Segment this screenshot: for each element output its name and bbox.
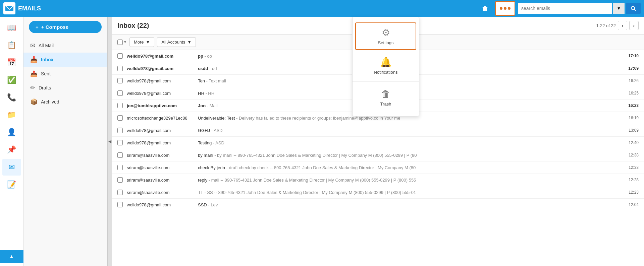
nav-item-sent-label: Sent (41, 71, 51, 76)
email-time-5: 16:19 (624, 116, 639, 120)
email-subject-2: Ten (198, 78, 205, 83)
email-row[interactable]: welldo978@gmail.com GGHJ - ASD 13:09 (112, 124, 644, 137)
inbox-icon: 📥 (30, 56, 38, 63)
settings-label: Settings (378, 40, 394, 45)
select-all-checkbox[interactable] (117, 40, 123, 45)
email-row[interactable]: sriram@saasville.com TT - SS -- 890-765-… (112, 186, 644, 199)
nav-item-sent[interactable]: 📤 Sent (23, 67, 107, 81)
icon-sidebar: 📖 📋 📅 ✅ 📞 📁 👤 📌 ✉ 📝 ▲ (0, 17, 23, 266)
email-time-3: 16:25 (624, 91, 639, 95)
email-preview-8: - by mani -- 890-765-4321 John Doe Sales… (214, 153, 417, 158)
email-checkbox-10[interactable] (117, 177, 123, 183)
pagination-text: 1-22 of 22 (596, 23, 616, 28)
email-content-11: TT - SS -- 890-765-4321 John Doe Sales &… (198, 190, 620, 195)
email-sender-8: sriram@saasville.com (127, 153, 194, 158)
email-sender-11: sriram@saasville.com (127, 190, 194, 195)
sidebar-icon-book[interactable]: 📖 (2, 19, 21, 36)
sidebar-icon-tasks[interactable]: ✅ (2, 72, 21, 88)
more-filter-arrow: ▼ (146, 40, 150, 45)
email-content-6: GGHJ - ASD (198, 128, 620, 133)
search-dropdown-button[interactable]: ▼ (613, 3, 625, 14)
pagination: 1-22 of 22 ‹ › (596, 21, 639, 30)
svg-line-2 (634, 9, 636, 11)
next-page-button[interactable]: › (629, 21, 639, 30)
nav-item-drafts-label: Drafts (39, 85, 51, 90)
email-subject-3: HH (198, 91, 204, 96)
compose-icon: + (36, 24, 39, 30)
svg-point-1 (631, 6, 635, 10)
sidebar-icon-phone[interactable]: 📞 (2, 89, 21, 106)
nav-item-drafts[interactable]: ✏ Drafts (23, 81, 107, 95)
sidebar-icon-notes[interactable]: 📋 (2, 37, 21, 54)
email-preview-11: - SS -- 890-765-4321 John Doe Sales & Ma… (204, 190, 416, 195)
email-checkbox-8[interactable] (117, 152, 123, 158)
email-preview-9: - draft check by check -- 890-765-4321 J… (226, 165, 416, 170)
app-title: EMAILS (18, 5, 41, 12)
nav-sidebar: + + Compose ✉ All Mail 📥 Inbox 📤 Sent ✏ … (23, 17, 107, 266)
email-preview-7: - ASD (213, 140, 224, 145)
email-sender-9: sriram@saasville.com (127, 165, 194, 170)
dot2 (504, 7, 506, 10)
compose-label: + Compose (41, 24, 68, 30)
email-checkbox-3[interactable] (117, 90, 123, 96)
all-accounts-button[interactable]: All Accounts ▼ (157, 37, 196, 47)
nav-item-archived[interactable]: 📦 Archived (23, 95, 107, 109)
nav-item-inbox[interactable]: 📥 Inbox (23, 53, 107, 67)
email-time-12: 12:04 (624, 202, 639, 207)
more-filter-button[interactable]: More ▼ (129, 37, 155, 47)
sidebar-icon-contacts[interactable]: 👤 (2, 124, 21, 141)
notifications-dropdown-item[interactable]: 🔔 Notifications (353, 53, 419, 79)
email-checkbox-2[interactable] (117, 78, 123, 83)
email-subject-1: ssdd (198, 66, 208, 71)
search-input[interactable] (518, 3, 612, 14)
search-button[interactable] (626, 3, 641, 14)
sidebar-icon-pin[interactable]: 📌 (2, 141, 21, 158)
compose-button[interactable]: + + Compose (29, 21, 102, 33)
trash-label: Trash (380, 102, 391, 107)
dot3 (508, 7, 511, 10)
email-subject-12: SSD (198, 202, 207, 207)
email-time-4: 16:23 (624, 103, 639, 108)
email-checkbox-0[interactable] (117, 53, 123, 59)
nav-item-all-mail[interactable]: ✉ All Mail (23, 39, 107, 53)
email-row[interactable]: sriram@saasville.com reply - mail -- 890… (112, 174, 644, 186)
email-checkbox-4[interactable] (117, 103, 123, 108)
email-sender-10: sriram@saasville.com (127, 178, 194, 183)
email-row[interactable]: sriram@saasville.com by mani - by mani -… (112, 149, 644, 161)
sidebar-icon-memo[interactable]: 📝 (2, 176, 21, 193)
scroll-up-button[interactable]: ▲ (0, 250, 23, 263)
email-sender-12: welldo978@gmail.com (127, 202, 194, 207)
settings-dropdown: ⚙ Settings 🔔 Notifications 🗑 Trash (352, 17, 419, 116)
settings-dropdown-item[interactable]: ⚙ Settings (355, 22, 416, 50)
select-dropdown-arrow[interactable]: ▼ (123, 40, 127, 44)
email-subject-7: Testing (198, 140, 212, 145)
email-checkbox-12[interactable] (117, 202, 123, 207)
email-checkbox-5[interactable] (117, 115, 123, 121)
email-row[interactable]: sriram@saasville.com check By jerin - dr… (112, 161, 644, 174)
email-sender-2: welldo978@gmail.com (127, 78, 194, 83)
home-button[interactable] (478, 1, 492, 16)
email-time-8: 12:38 (624, 153, 639, 157)
email-row[interactable]: welldo978@gmail.com Testing - ASD 12:40 (112, 137, 644, 149)
sent-icon: 📤 (30, 70, 38, 77)
prev-page-button[interactable]: ‹ (618, 21, 627, 30)
email-checkbox-9[interactable] (117, 165, 123, 170)
email-subject-11: TT (198, 190, 203, 195)
email-sender-1: welldo978@gmail.com (127, 66, 194, 71)
email-row[interactable]: welldo978@gmail.com SSD - Lev 12:04 (112, 199, 644, 211)
drafts-icon: ✏ (30, 84, 35, 91)
all-accounts-label: All Accounts (161, 40, 185, 45)
sidebar-icon-email[interactable]: ✉ (2, 159, 21, 176)
email-checkbox-11[interactable] (117, 190, 123, 195)
email-checkbox-1[interactable] (117, 66, 123, 71)
dots-menu-button[interactable] (495, 1, 515, 16)
trash-icon: 🗑 (381, 88, 390, 99)
email-content-10: reply - mail -- 890-765-4321 John Doe Sa… (198, 178, 620, 183)
sidebar-icon-files[interactable]: 📁 (2, 107, 21, 123)
sidebar-icon-calendar[interactable]: 📅 (2, 54, 21, 71)
email-checkbox-6[interactable] (117, 128, 123, 133)
trash-dropdown-item[interactable]: 🗑 Trash (353, 84, 419, 111)
email-checkbox-7[interactable] (117, 140, 123, 145)
collapse-handle[interactable]: ◀ (107, 17, 112, 266)
email-subject-6: GGHJ (198, 128, 210, 133)
